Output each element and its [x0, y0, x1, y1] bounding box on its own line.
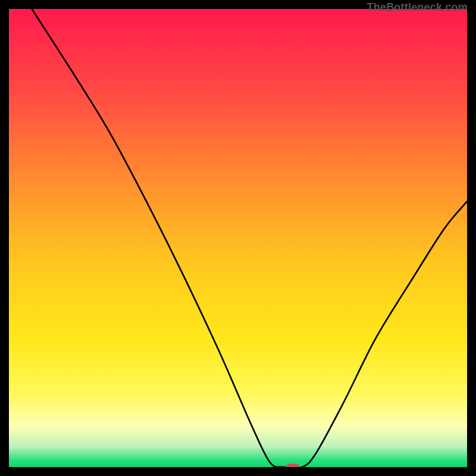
plot-area: [9, 9, 467, 467]
chart-frame: TheBottleneck.com: [0, 0, 476, 476]
optimal-marker: [286, 464, 299, 468]
bottleneck-curve: [9, 9, 467, 467]
attribution-label: TheBottleneck.com: [367, 1, 468, 14]
